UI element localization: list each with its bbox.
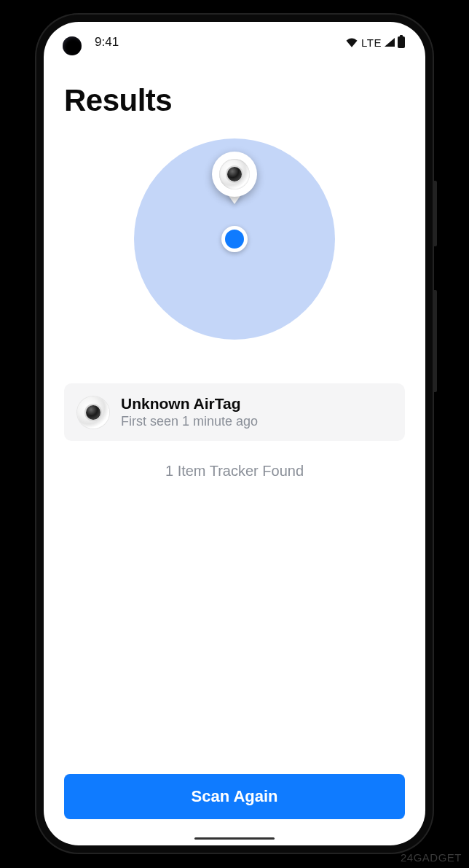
scan-again-button[interactable]: Scan Again bbox=[64, 774, 405, 819]
summary-text: 1 Item Tracker Found bbox=[64, 463, 405, 480]
radar-area bbox=[64, 138, 405, 340]
radar-circle bbox=[134, 138, 335, 340]
status-bar: 9:41 LTE bbox=[44, 22, 425, 63]
power-button bbox=[434, 181, 437, 246]
tracker-name: Unknown AirTag bbox=[121, 395, 258, 413]
pin-head bbox=[212, 152, 257, 197]
home-indicator[interactable] bbox=[194, 837, 275, 840]
airtag-icon bbox=[77, 396, 109, 429]
user-location-dot bbox=[221, 226, 248, 252]
status-icons: LTE bbox=[345, 36, 405, 49]
page-title: Results bbox=[64, 83, 405, 118]
content: Results bbox=[44, 63, 425, 845]
tracker-row[interactable]: Unknown AirTag First seen 1 minute ago bbox=[64, 383, 405, 441]
front-camera bbox=[63, 36, 82, 55]
watermark: 24GADGET bbox=[401, 851, 462, 864]
screen: 9:41 LTE Results bbox=[44, 22, 425, 845]
wifi-icon bbox=[345, 37, 358, 47]
tracker-row-text: Unknown AirTag First seen 1 minute ago bbox=[121, 395, 258, 429]
tracker-list: Unknown AirTag First seen 1 minute ago bbox=[64, 383, 405, 441]
volume-button bbox=[434, 290, 437, 392]
tracker-pin[interactable] bbox=[212, 152, 257, 204]
signal-icon bbox=[385, 38, 395, 47]
status-time: 9:41 bbox=[95, 35, 119, 50]
tracker-subtitle: First seen 1 minute ago bbox=[121, 414, 258, 429]
phone-frame: 9:41 LTE Results bbox=[35, 13, 434, 854]
network-label: LTE bbox=[361, 36, 382, 49]
battery-icon bbox=[398, 36, 405, 48]
airtag-icon bbox=[219, 159, 250, 189]
